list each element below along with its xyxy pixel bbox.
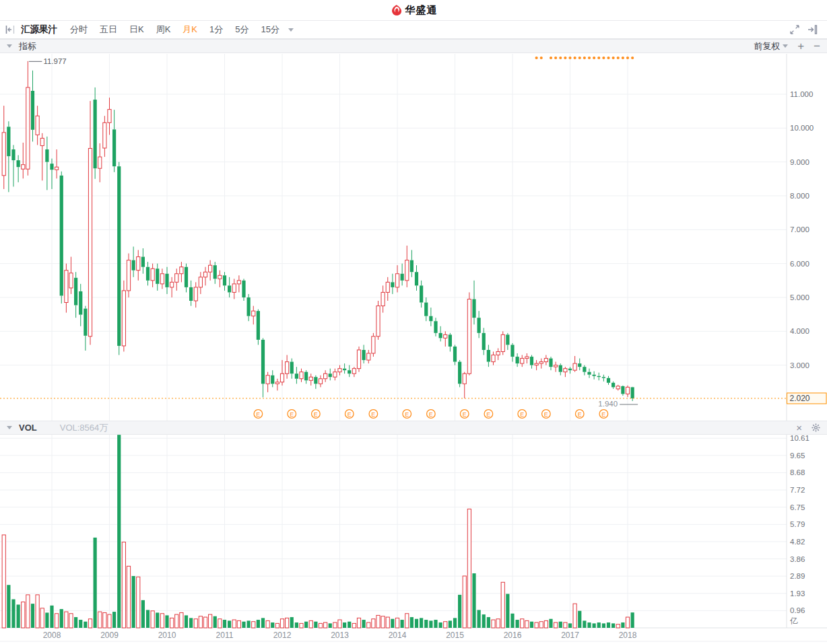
volume-bars-group xyxy=(2,435,634,628)
tab-月K[interactable]: 月K xyxy=(183,24,197,36)
volume-tick-label: 6.75 xyxy=(790,503,805,511)
adjustment-label: 前复权 xyxy=(754,40,780,52)
vol-label: VOL xyxy=(19,423,37,433)
event-dot xyxy=(607,57,609,59)
vol-settings-gear-icon[interactable] xyxy=(812,423,820,432)
flame-icon xyxy=(390,4,403,17)
tab-1分[interactable]: 1分 xyxy=(209,24,223,36)
price-tick-label: 10.000 xyxy=(790,124,814,132)
earnings-marker[interactable]: E xyxy=(312,410,321,419)
adjustment-caret-icon xyxy=(783,44,788,50)
year-label: 2012 xyxy=(273,631,292,640)
earnings-marker[interactable]: E xyxy=(369,410,378,419)
event-dot xyxy=(568,57,571,59)
event-dot xyxy=(622,57,624,59)
event-dot xyxy=(578,57,581,59)
price-tick-label: 6.000 xyxy=(790,260,809,268)
chart-toolbar: 汇源果汁 分时五日日K周K月K1分5分15分 xyxy=(0,21,827,39)
indicator-collapse-icon[interactable] xyxy=(7,44,12,50)
volume-tick-label: 10.61 xyxy=(790,434,809,442)
current-price-label: 2.020 xyxy=(790,394,810,403)
tab-5分[interactable]: 5分 xyxy=(235,24,249,36)
collapse-panel-icon[interactable] xyxy=(5,25,15,34)
earnings-marker[interactable]: E xyxy=(599,410,608,419)
app-title: 华盛通 xyxy=(405,4,438,17)
event-dot xyxy=(574,57,576,59)
earnings-marker[interactable]: E xyxy=(403,410,411,419)
event-dot xyxy=(564,57,566,59)
vol-collapse-icon[interactable] xyxy=(7,426,12,432)
price-tick-label: 7.000 xyxy=(790,225,809,234)
earnings-marker[interactable]: E xyxy=(484,410,493,419)
volume-tick-label: 1.93 xyxy=(790,589,805,598)
svg-text:E: E xyxy=(520,411,524,418)
zoom-in-button[interactable]: + xyxy=(797,40,804,52)
high-price-annotation: 11.977 xyxy=(43,57,66,65)
earnings-marker[interactable]: E xyxy=(427,410,436,419)
earnings-marker[interactable]: E xyxy=(575,410,584,419)
svg-text:E: E xyxy=(463,411,467,418)
volume-unit-label: 亿 xyxy=(790,616,798,624)
event-dot xyxy=(612,57,615,59)
tab-五日[interactable]: 五日 xyxy=(100,24,117,36)
volume-tick-label: 7.72 xyxy=(790,486,805,494)
volume-tick-label: 2.89 xyxy=(790,572,805,580)
indicator-label: 指标 xyxy=(19,40,36,52)
volume-tick-label: 0.96 xyxy=(790,606,805,614)
event-dot xyxy=(631,57,634,59)
year-label: 2018 xyxy=(619,631,637,640)
year-label: 2014 xyxy=(389,631,407,640)
more-periods-icon[interactable] xyxy=(288,28,294,34)
dock-right-icon[interactable] xyxy=(807,25,818,34)
price-tick-label: 11.000 xyxy=(790,90,813,98)
event-dot xyxy=(597,57,600,59)
toolbar-right xyxy=(790,25,822,34)
tab-日K[interactable]: 日K xyxy=(129,24,144,36)
vol-close-icon[interactable]: × xyxy=(796,423,802,433)
event-dot xyxy=(617,57,620,59)
zoom-out-button[interactable]: − xyxy=(814,40,820,52)
svg-text:E: E xyxy=(486,411,490,418)
candlestick-chart: 2008200920102011201220132014201520162017… xyxy=(0,54,827,644)
year-label: 2010 xyxy=(158,631,176,640)
price-tick-label: 8.000 xyxy=(790,192,809,200)
app-header: 华盛通 xyxy=(0,0,827,21)
event-dot xyxy=(535,57,538,59)
volume-tick-label: 8.68 xyxy=(790,468,805,476)
fullscreen-icon[interactable] xyxy=(790,25,799,34)
candles-group xyxy=(2,61,634,401)
earnings-marker[interactable]: E xyxy=(542,410,551,419)
event-dot xyxy=(559,57,562,59)
price-tick-label: 5.000 xyxy=(790,293,809,301)
earnings-marker[interactable]: E xyxy=(345,410,354,419)
year-label: 2013 xyxy=(331,631,349,640)
year-label: 2009 xyxy=(100,631,119,640)
price-tick-label: 4.000 xyxy=(790,327,809,335)
earnings-marker[interactable]: E xyxy=(288,410,296,419)
year-label: 2017 xyxy=(561,631,579,640)
earnings-marker[interactable]: E xyxy=(518,410,527,419)
app-logo: 华盛通 xyxy=(390,4,438,17)
vol-header: VOL VOL:8564万 × xyxy=(0,421,827,435)
period-tabs: 分时五日日K周K月K1分5分15分 xyxy=(64,24,286,36)
svg-text:E: E xyxy=(429,411,433,418)
year-label: 2015 xyxy=(446,631,464,640)
volume-tick-label: 4.82 xyxy=(790,538,805,546)
tab-15分[interactable]: 15分 xyxy=(261,24,279,36)
event-dot xyxy=(593,57,595,59)
svg-text:E: E xyxy=(405,411,409,418)
adjustment-selector[interactable]: 前复权 xyxy=(754,40,788,52)
event-dot xyxy=(554,57,557,59)
svg-text:E: E xyxy=(578,411,582,418)
earnings-marker[interactable]: E xyxy=(460,410,469,419)
stock-name[interactable]: 汇源果汁 xyxy=(21,24,57,36)
event-dot xyxy=(588,57,591,59)
earnings-marker[interactable]: E xyxy=(254,410,263,419)
price-tick-label: 9.000 xyxy=(790,158,809,166)
volume-tick-label: 3.86 xyxy=(790,555,805,563)
tab-周K[interactable]: 周K xyxy=(156,24,171,36)
volume-tick-label: 9.65 xyxy=(790,452,805,460)
low-price-annotation: 1.940 xyxy=(598,400,618,408)
svg-text:E: E xyxy=(601,411,605,418)
tab-分时[interactable]: 分时 xyxy=(70,24,88,36)
